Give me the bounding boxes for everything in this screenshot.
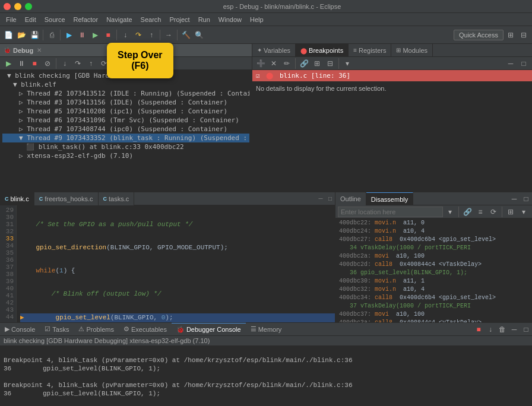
- run-to-line-button[interactable]: →: [163, 29, 175, 41]
- debug-tree[interactable]: ▼ blink checking [GDB Hardw... ▼ blink.e…: [0, 70, 252, 192]
- debug-blink-elf[interactable]: ▼ blink.elf: [2, 80, 249, 89]
- step-into-button[interactable]: ↓: [119, 29, 131, 41]
- maximize-button[interactable]: [25, 3, 32, 10]
- memory-tab-label: Memory: [258, 326, 282, 333]
- save-button[interactable]: 💾: [28, 29, 40, 41]
- menu-file[interactable]: File: [2, 15, 20, 24]
- vars-collapse-btn[interactable]: ⊟: [324, 58, 336, 69]
- debug-resume-btn[interactable]: ▶: [2, 58, 14, 69]
- minimize-button[interactable]: [14, 3, 21, 10]
- tab-memory[interactable]: ☰ Memory: [246, 323, 287, 336]
- vars-edit-btn[interactable]: ✏: [281, 58, 293, 69]
- close-button[interactable]: [4, 3, 11, 10]
- menu-project[interactable]: Project: [166, 15, 193, 24]
- disasm-go-btn[interactable]: ▾: [444, 206, 456, 218]
- disasm-reload-btn[interactable]: ⟳: [487, 206, 499, 218]
- vars-add-btn[interactable]: ➕: [255, 58, 267, 69]
- console-stop-btn[interactable]: ■: [473, 323, 484, 335]
- tab-registers[interactable]: ≡ Registers: [349, 43, 391, 56]
- open-button[interactable]: 📂: [15, 29, 27, 41]
- build-button[interactable]: 🔨: [180, 29, 192, 41]
- console-min-btn[interactable]: ─: [508, 323, 520, 335]
- console-content[interactable]: Breakpoint 4, blink_task (pvParameter=0x…: [0, 346, 532, 406]
- disasm-menu-btn[interactable]: ▾: [518, 206, 530, 218]
- tab-executables[interactable]: ⚙ Executables: [119, 323, 172, 336]
- suspend-button[interactable]: ⏸: [76, 29, 88, 41]
- tab-breakpoints[interactable]: ⬤ Breakpoints: [296, 43, 349, 56]
- location-input[interactable]: [338, 207, 443, 217]
- debug-use-step-btn[interactable]: ⚙: [115, 58, 127, 69]
- menu-search[interactable]: Search: [137, 15, 165, 24]
- debug-panel-close[interactable]: ✕: [37, 47, 42, 53]
- stop-button[interactable]: ■: [102, 29, 114, 41]
- console-max-btn[interactable]: □: [520, 323, 532, 335]
- debug-thread-7[interactable]: ▷ Thread #7 1073408744 (ipc0) (Suspended…: [2, 125, 249, 134]
- debug-thread-9[interactable]: ▼ Thread #9 1073433352 (blink_task : Run…: [2, 134, 249, 142]
- disasm-max-btn[interactable]: □: [520, 193, 532, 205]
- tab-debugger-console[interactable]: 🐞 Debugger Console: [172, 323, 246, 336]
- debug-step-into-btn[interactable]: ↓: [59, 58, 71, 69]
- disasm-src-btn[interactable]: ≡: [474, 206, 486, 218]
- menu-run[interactable]: Run: [195, 15, 214, 24]
- editor-tab-freertos[interactable]: C freertos_hooks.c: [34, 192, 99, 205]
- print-button[interactable]: ⎙: [46, 29, 58, 41]
- debug-root-item[interactable]: ▼ blink checking [GDB Hardw...: [2, 71, 249, 80]
- debug-step-over-btn[interactable]: ↷: [72, 58, 84, 69]
- debug-suspend-btn[interactable]: ⏸: [15, 58, 27, 69]
- debug-panel-title: Debug: [13, 47, 33, 54]
- debug-thread-5[interactable]: ▷ Thread #5 1073410208 (ipc1) (Suspended…: [2, 107, 249, 116]
- quick-access-button[interactable]: Quick Access: [454, 30, 504, 40]
- menu-refactor[interactable]: Refactor: [70, 15, 102, 24]
- vars-menu-btn[interactable]: ▾: [341, 58, 353, 69]
- tab-problems[interactable]: ⚠ Problems: [74, 323, 118, 336]
- search-button[interactable]: 🔍: [193, 29, 205, 41]
- tab-modules[interactable]: ⊞ Modules: [391, 43, 433, 56]
- tab-outline[interactable]: Outline: [335, 192, 366, 205]
- disasm-link-btn[interactable]: 🔗: [461, 206, 473, 218]
- editor-tab-tasks[interactable]: C tasks.c: [99, 192, 135, 205]
- console-scroll-lock-btn[interactable]: ↓: [484, 323, 496, 335]
- tab-variables[interactable]: ✦ Variables: [252, 43, 296, 56]
- menu-help[interactable]: Help: [246, 15, 267, 24]
- debug-stack-frame[interactable]: ⬛ blink_task() at blink.c:33 0x400dbc22: [2, 142, 249, 151]
- new-button[interactable]: 📄: [2, 29, 14, 41]
- debug-button[interactable]: ▶: [63, 29, 75, 41]
- editor-minimize-btn[interactable]: ─: [316, 194, 325, 204]
- editor-maximize-btn[interactable]: □: [325, 194, 335, 204]
- disasm-layout-btn[interactable]: ⊞: [505, 206, 517, 218]
- menu-window[interactable]: Window: [215, 15, 245, 24]
- console-clear-btn[interactable]: 🗑: [496, 323, 508, 335]
- debug-collapse-btn[interactable]: ◧: [128, 58, 140, 69]
- breakpoint-item[interactable]: ☑ ⬤ blink.c [line: 36]: [252, 70, 532, 81]
- code-area[interactable]: 29303132 33 34353637 38394041 424344 /* …: [0, 205, 335, 322]
- disasm-min-btn[interactable]: ─: [508, 193, 520, 205]
- debug-drop-btn[interactable]: ⟳: [98, 58, 110, 69]
- debug-disconnect-btn[interactable]: ⊘: [42, 58, 53, 69]
- tab-console[interactable]: ▶ Console: [0, 323, 40, 336]
- disasm-content[interactable]: 400dbc22:movi.na11, 0 400dbc24:movi.na10…: [335, 218, 532, 322]
- tab-disassembly[interactable]: Disassembly: [366, 192, 413, 205]
- debug-stop-btn[interactable]: ■: [28, 58, 40, 69]
- menu-source[interactable]: Source: [41, 15, 69, 24]
- vars-link-btn[interactable]: 🔗: [298, 58, 310, 69]
- code-lines[interactable]: /* Set the GPIO as a push/pull output */…: [17, 205, 335, 322]
- vars-min-btn[interactable]: ─: [505, 58, 517, 69]
- step-over-button[interactable]: ↷: [132, 29, 144, 41]
- resume-button[interactable]: ▶: [89, 29, 101, 41]
- debug-gdb[interactable]: ▷ xtensa-esp32-elf-gdb (7.10): [2, 151, 249, 160]
- debug-thread-2[interactable]: ▷ Thread #2 1073413512 (IDLE : Running) …: [2, 89, 249, 98]
- vars-max-btn[interactable]: □: [518, 58, 530, 69]
- breakpoint-check[interactable]: ☑: [256, 72, 260, 80]
- debug-thread-6[interactable]: ▷ Thread #6 1073431096 (Tmr Svc) (Suspen…: [2, 116, 249, 125]
- tab-tasks[interactable]: ☑ Tasks: [40, 323, 74, 336]
- editor-tab-blink[interactable]: C blink.c: [0, 192, 34, 205]
- step-return-button[interactable]: ↑: [145, 29, 157, 41]
- vars-remove-btn[interactable]: ✕: [268, 58, 280, 69]
- menu-edit[interactable]: Edit: [21, 15, 40, 24]
- open-perspective-button[interactable]: ⊟: [518, 29, 530, 41]
- menu-navigate[interactable]: Navigate: [103, 15, 135, 24]
- vars-expand-btn[interactable]: ⊞: [311, 58, 323, 69]
- debug-step-return-btn[interactable]: ↑: [85, 58, 97, 69]
- debug-thread-3[interactable]: ▷ Thread #3 1073413156 (IDLE) (Suspended…: [2, 98, 249, 107]
- perspective-button[interactable]: ⊞: [505, 29, 517, 41]
